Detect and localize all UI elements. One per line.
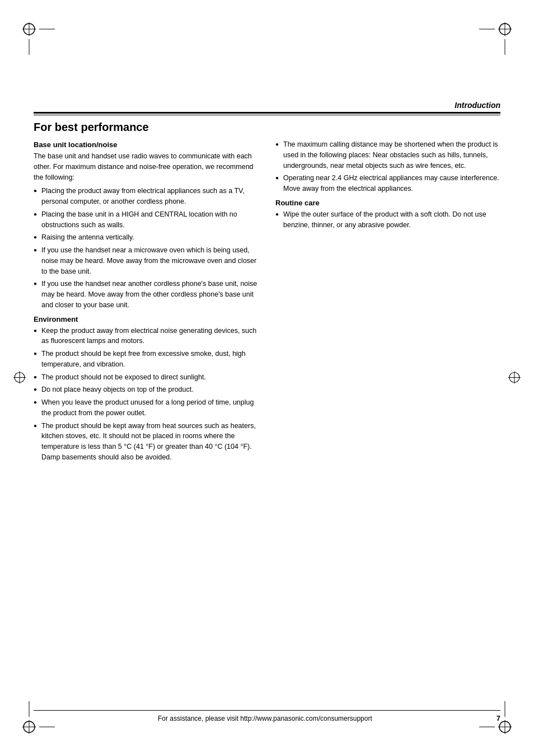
list-item: Operating near 2.4 GHz electrical applia… xyxy=(275,173,500,194)
list-item: Keep the product away from electrical no… xyxy=(34,326,259,347)
right-top-bullets: The maximum calling distance may be shor… xyxy=(275,139,500,194)
list-item: The product should be kept away from hea… xyxy=(34,421,259,463)
footer-bar: For assistance, please visit http://www.… xyxy=(34,710,500,722)
section-header: Introduction xyxy=(455,101,500,110)
section-header-text: Introduction xyxy=(455,101,500,110)
list-item: Placing the base unit in a HIGH and CENT… xyxy=(34,209,259,231)
page-number: 7 xyxy=(496,714,500,722)
routine-care-title: Routine care xyxy=(275,199,500,207)
corner-mark-tl xyxy=(22,22,56,56)
base-unit-bullets: Placing the product away from electrical… xyxy=(34,186,259,310)
side-mark-left xyxy=(11,369,28,387)
left-column: Base unit location/noise The base unit a… xyxy=(34,139,259,467)
environment-bullets: Keep the product away from electrical no… xyxy=(34,326,259,463)
list-item: Placing the product away from electrical… xyxy=(34,186,259,207)
list-item: If you use the handset near a microwave … xyxy=(34,245,259,276)
environment-title: Environment xyxy=(34,315,259,323)
base-unit-title: Base unit location/noise xyxy=(34,140,259,149)
content-area: For best performance Base unit location/… xyxy=(34,112,500,700)
right-column: The maximum calling distance may be shor… xyxy=(275,139,500,467)
list-item: Raising the antenna vertically. xyxy=(34,232,259,243)
list-item: When you leave the product unused for a … xyxy=(34,397,259,419)
two-column-layout: Base unit location/noise The base unit a… xyxy=(34,139,500,467)
top-border-thin xyxy=(34,115,500,115)
list-item: Do not place heavy objects on top of the… xyxy=(34,384,259,395)
list-item: The maximum calling distance may be shor… xyxy=(275,139,500,171)
corner-mark-tr xyxy=(478,22,512,56)
list-item: If you use the handset near another cord… xyxy=(34,279,259,310)
page: Introduction For best performance Base u… xyxy=(0,0,534,756)
routine-care-bullets: Wipe the outer surface of the product wi… xyxy=(275,209,500,231)
top-border-thick xyxy=(34,112,500,114)
list-item: The product should not be exposed to dir… xyxy=(34,372,259,383)
footer-text: For assistance, please visit http://www.… xyxy=(34,715,496,722)
base-unit-intro: The base unit and handset use radio wave… xyxy=(34,151,259,182)
side-mark-right xyxy=(506,369,523,387)
list-item: Wipe the outer surface of the product wi… xyxy=(275,209,500,231)
list-item: The product should be kept free from exc… xyxy=(34,349,259,370)
main-title: For best performance xyxy=(34,121,500,134)
